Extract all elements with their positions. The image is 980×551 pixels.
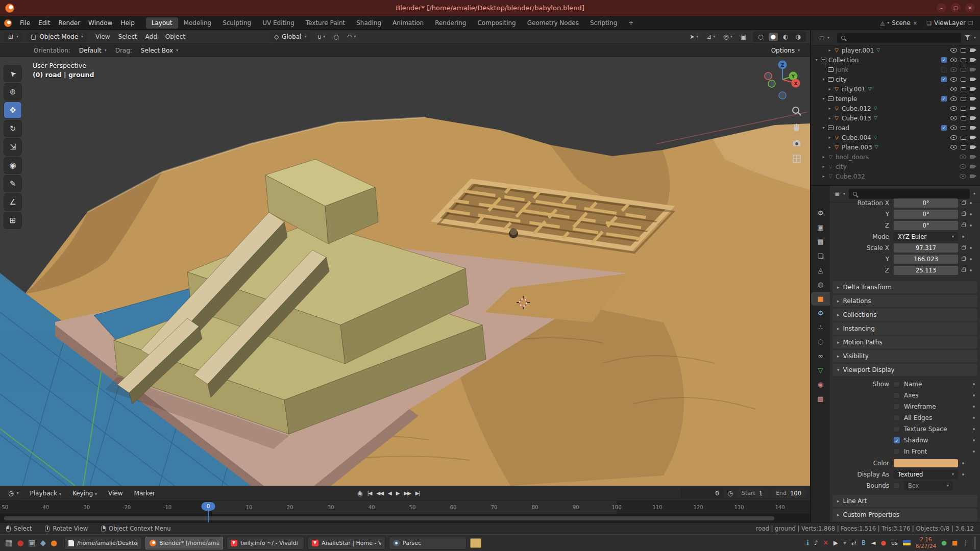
animate-dot[interactable] <box>970 224 972 227</box>
exclude-checkbox[interactable] <box>941 96 947 102</box>
timeline-menu-item[interactable]: Playback ▾ <box>26 488 65 498</box>
flag-icon[interactable] <box>903 540 911 545</box>
hide-eye-icon[interactable] <box>960 164 966 169</box>
3d-viewport[interactable]: User Perspective (0) road | ground ➤ ⊕ ✥… <box>0 57 810 486</box>
workspace-tab[interactable]: UV Editing <box>257 17 300 29</box>
disable-render-icon[interactable] <box>970 145 974 149</box>
animate-dot[interactable] <box>970 202 972 204</box>
panel-section-header[interactable]: ▸ Custom Properties <box>832 509 977 521</box>
disable-render-icon[interactable] <box>970 126 974 130</box>
disable-viewport-icon[interactable] <box>961 68 966 72</box>
viewport-menu-item[interactable]: Add <box>141 32 161 42</box>
frame-start-field[interactable]: Start 1 <box>737 488 767 498</box>
disable-render-icon[interactable] <box>970 174 974 178</box>
show-object-types-button[interactable]: ➤ ▾ <box>688 32 700 41</box>
hide-eye-icon[interactable] <box>950 67 957 72</box>
disable-viewport-icon[interactable] <box>961 48 966 53</box>
viewport-menu-item[interactable]: Select <box>114 32 141 42</box>
taskbar-window-button[interactable]: twily.info ~/ - Vivaldi <box>227 537 304 549</box>
disable-viewport-icon[interactable] <box>961 97 966 101</box>
temple[interactable]: ▾ ▽ temple ▽ <box>811 94 980 104</box>
bounds-checkbox[interactable] <box>894 483 900 489</box>
disable-render-icon[interactable] <box>970 136 974 139</box>
transport-button[interactable]: ◀◀ <box>377 490 383 496</box>
disable-viewport-icon[interactable] <box>961 78 966 82</box>
tool-measure[interactable]: ∠ <box>4 194 21 210</box>
workspace-tab[interactable]: Texture Paint <box>300 17 351 29</box>
shading-solid[interactable]: ● <box>769 33 778 41</box>
display-checkbox[interactable] <box>894 392 900 398</box>
tab-view-layer[interactable]: ❏ <box>811 249 830 263</box>
tool-scale[interactable]: ⇲ <box>4 139 21 155</box>
junk[interactable]: ▽ junk ▽ <box>811 65 980 74</box>
lock-icon[interactable] <box>962 224 966 227</box>
tab-object-data[interactable]: ▽ <box>811 363 830 377</box>
animate-dot[interactable] <box>962 462 964 464</box>
disable-viewport-icon[interactable] <box>961 107 966 111</box>
lock-icon[interactable] <box>962 258 966 261</box>
outliner-search-input[interactable] <box>837 33 961 43</box>
transport-button[interactable]: ▶| <box>415 490 420 496</box>
expand-arrow[interactable]: ▸ <box>826 106 833 111</box>
expand-arrow[interactable]: ▸ <box>820 155 827 159</box>
hide-eye-icon[interactable] <box>950 87 957 91</box>
tool-cursor[interactable]: ⊕ <box>4 84 21 100</box>
tab-material[interactable]: ◉ <box>811 378 830 391</box>
expand-arrow[interactable]: ▸ <box>820 164 827 169</box>
hide-eye-icon[interactable] <box>950 58 957 62</box>
playhead[interactable]: 0 <box>202 502 215 511</box>
hide-eye-icon[interactable] <box>950 126 957 130</box>
panel-section-header[interactable]: ▸ Visibility <box>832 350 977 362</box>
animate-dot[interactable] <box>973 394 975 396</box>
animate-dot[interactable] <box>962 236 964 238</box>
timeline-menu-item[interactable]: View ▾ <box>104 488 127 498</box>
disable-render-icon[interactable] <box>970 58 974 62</box>
tool-rotate[interactable]: ↻ <box>4 120 21 137</box>
viewport-menu-item[interactable]: Object <box>161 32 189 42</box>
expand-arrow[interactable]: ▸ <box>826 116 833 120</box>
animate-dot[interactable] <box>973 417 975 419</box>
tab-constraints[interactable]: ∞ <box>811 349 830 363</box>
shading-rendered[interactable]: ◑ <box>794 33 803 41</box>
taskbar-window-button[interactable]: Blender* [/home/amali... <box>145 537 223 549</box>
transform-orientation-select[interactable]: ◇ Global ▾ <box>270 32 311 42</box>
tray-icon[interactable]: B <box>862 540 866 546</box>
Cube.013[interactable]: ▸ ▽ Cube.013 ▽ <box>811 113 980 123</box>
hide-eye-icon[interactable] <box>960 174 966 179</box>
sticky-note-window-button[interactable] <box>470 538 481 548</box>
tab-physics[interactable]: ◌ <box>811 335 830 348</box>
orientation-dropdown[interactable]: Default ▾ <box>75 45 111 56</box>
workspace-tab[interactable]: Animation <box>387 17 429 29</box>
tray-icon[interactable]: ◄ <box>871 540 875 546</box>
expand-arrow[interactable]: ▾ <box>820 126 827 130</box>
mode-select[interactable]: ▢ Object Mode ▾ <box>27 32 87 42</box>
hide-eye-icon[interactable] <box>950 96 957 101</box>
drag-dropdown[interactable]: Select Box ▾ <box>137 45 182 56</box>
rotation-x-field[interactable]: 0° <box>894 198 958 208</box>
animate-dot[interactable] <box>970 258 972 260</box>
tab-scene[interactable]: ◬ <box>811 263 830 277</box>
animate-dot[interactable] <box>973 428 975 430</box>
taskbar-window-button[interactable]: /home/amalie/Desktop... <box>64 537 142 549</box>
Cube.012[interactable]: ▸ ▽ Cube.012 ▽ <box>811 104 980 113</box>
expand-arrow[interactable]: ▸ <box>826 135 833 140</box>
city[interactable]: ▸ ▽ city ▽ <box>811 162 980 171</box>
tray-icon[interactable]: ⋮ <box>963 540 969 546</box>
outliner-editor-type-button[interactable]: ≡ ▾ <box>815 33 834 43</box>
hide-eye-icon[interactable] <box>950 48 957 53</box>
Cube.032[interactable]: ▸ ▽ Cube.032 ▽ <box>811 171 980 181</box>
expand-arrow[interactable]: ▾ <box>820 96 827 101</box>
timeline-menu-item[interactable]: Marker ▾ <box>130 488 159 498</box>
expand-arrow[interactable]: ▸ <box>826 48 833 53</box>
city[interactable]: ▾ ▽ city ▽ <box>811 74 980 84</box>
workspace-tab[interactable]: Shading <box>351 17 387 29</box>
toggle-xray-button[interactable]: ▣ ▾ <box>739 32 748 41</box>
transport-button[interactable]: ▶▶ <box>404 490 410 496</box>
clock[interactable]: 2:16 6/27/24 <box>916 536 936 549</box>
tray-icon[interactable]: ● <box>881 540 886 546</box>
lock-icon[interactable] <box>962 202 966 205</box>
tab-object[interactable]: ■ <box>811 292 830 306</box>
lock-icon[interactable] <box>962 213 966 216</box>
properties-search-input[interactable] <box>849 189 970 199</box>
disable-viewport-icon[interactable] <box>961 136 966 140</box>
